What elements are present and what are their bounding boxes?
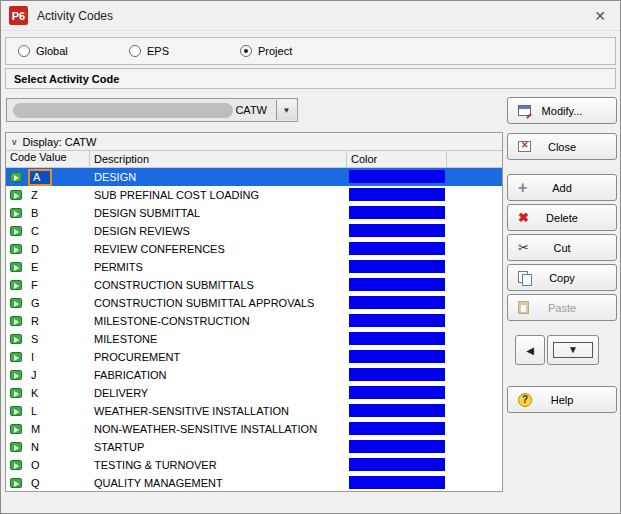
nav-left-button[interactable]: ◀	[515, 335, 545, 365]
activity-code-icon	[10, 478, 22, 488]
help-button[interactable]: ? Help	[507, 386, 617, 413]
activity-code-icon	[10, 244, 22, 254]
code-value-cell[interactable]: N	[10, 438, 43, 456]
table-row[interactable]: K DELIVERY	[6, 384, 502, 402]
code-value-cell[interactable]: Z	[10, 186, 43, 204]
color-swatch[interactable]	[349, 314, 445, 327]
code-value-text: Q	[31, 477, 43, 489]
close-button[interactable]: Close	[507, 133, 617, 160]
description-text: CONSTRUCTION SUBMITTAL APPROVALS	[94, 294, 314, 312]
color-header-label: Color	[351, 153, 377, 165]
color-swatch[interactable]	[349, 206, 445, 219]
window-close-icon[interactable]: ✕	[588, 8, 612, 24]
table-row[interactable]: Q QUALITY MANAGEMENT	[6, 474, 502, 492]
table-row[interactable]: O TESTING & TURNOVER	[6, 456, 502, 474]
color-swatch[interactable]	[349, 224, 445, 237]
arrow-left-icon: ◀	[526, 345, 534, 356]
radio-global-label: Global	[36, 45, 68, 57]
code-value-cell[interactable]: K	[10, 384, 43, 402]
table-row[interactable]: I PROCUREMENT	[6, 348, 502, 366]
radio-global[interactable]: Global	[18, 45, 129, 57]
nav-down-button[interactable]: ▼	[547, 335, 599, 365]
grid-header-row: Code Value Description Color	[6, 151, 502, 168]
code-value-cell[interactable]: S	[10, 330, 43, 348]
paste-label: Paste	[548, 302, 576, 314]
column-header-color[interactable]: Color	[347, 151, 447, 167]
color-swatch[interactable]	[349, 188, 445, 201]
table-row[interactable]: Z SUB PREFINAL COST LOADING	[6, 186, 502, 204]
code-value-cell[interactable]: C	[10, 222, 43, 240]
copy-button[interactable]: Copy	[507, 264, 617, 291]
description-text: STARTUP	[94, 438, 144, 456]
table-row[interactable]: D REVIEW CONFERENCES	[6, 240, 502, 258]
close-label: Close	[548, 141, 576, 153]
table-row[interactable]: G CONSTRUCTION SUBMITTAL APPROVALS	[6, 294, 502, 312]
radio-project-label: Project	[258, 45, 292, 57]
description-text: WEATHER-SENSITIVE INSTALLATION	[94, 402, 289, 420]
code-value-text: D	[31, 243, 43, 255]
table-row[interactable]: B DESIGN SUBMITTAL	[6, 204, 502, 222]
red-x-icon: ✖	[518, 210, 529, 225]
code-value-cell[interactable]: M	[10, 420, 43, 438]
color-swatch[interactable]	[349, 440, 445, 453]
column-header-code-value[interactable]: Code Value	[6, 151, 90, 167]
delete-button[interactable]: ✖ Delete	[507, 204, 617, 231]
color-swatch[interactable]	[349, 242, 445, 255]
color-swatch[interactable]	[349, 260, 445, 273]
code-value-cell[interactable]: G	[10, 294, 43, 312]
table-row[interactable]: C DESIGN REVIEWS	[6, 222, 502, 240]
table-row[interactable]: A DESIGN	[6, 168, 502, 186]
code-value-cell[interactable]: Q	[10, 474, 43, 492]
table-row[interactable]: E PERMITS	[6, 258, 502, 276]
arrow-down-icon: ▼	[553, 342, 593, 358]
description-text: PERMITS	[94, 258, 143, 276]
code-value-text: K	[31, 387, 43, 399]
code-value-cell[interactable]: J	[10, 366, 43, 384]
clipboard-icon	[518, 301, 529, 314]
add-button[interactable]: + Add	[507, 174, 617, 201]
filter-icon[interactable]	[67, 151, 75, 163]
delete-label: Delete	[546, 212, 578, 224]
code-value-cell[interactable]: F	[10, 276, 43, 294]
table-row[interactable]: M NON-WEATHER-SENSITIVE INSTALLATION	[6, 420, 502, 438]
combo-dropdown-icon[interactable]: ▼	[276, 100, 296, 120]
code-value-cell[interactable]: O	[10, 456, 43, 474]
modify-button[interactable]: Modify...	[507, 97, 617, 124]
radio-circle-icon	[240, 45, 252, 57]
code-value-cell[interactable]: I	[10, 348, 43, 366]
copy-label: Copy	[549, 272, 575, 284]
code-value-cell[interactable]: D	[10, 240, 43, 258]
code-value-cell[interactable]: E	[10, 258, 43, 276]
color-swatch[interactable]	[349, 458, 445, 471]
table-row[interactable]: N STARTUP	[6, 438, 502, 456]
table-row[interactable]: S MILESTONE	[6, 330, 502, 348]
radio-circle-icon	[18, 45, 30, 57]
code-value-cell[interactable]: A	[10, 168, 52, 186]
cut-button[interactable]: ✂ Cut	[507, 234, 617, 261]
display-bar[interactable]: ∨ Display: CATW	[6, 133, 502, 151]
color-swatch[interactable]	[349, 422, 445, 435]
code-value-cell[interactable]: L	[10, 402, 43, 420]
color-swatch[interactable]	[349, 386, 445, 399]
color-swatch[interactable]	[349, 170, 445, 183]
code-value-cell[interactable]: B	[10, 204, 43, 222]
color-swatch[interactable]	[349, 368, 445, 381]
radio-eps[interactable]: EPS	[129, 45, 240, 57]
code-value-text: L	[31, 405, 43, 417]
table-row[interactable]: J FABRICATION	[6, 366, 502, 384]
color-swatch[interactable]	[349, 350, 445, 363]
table-row[interactable]: L WEATHER-SENSITIVE INSTALLATION	[6, 402, 502, 420]
column-header-description[interactable]: Description	[90, 151, 347, 167]
color-swatch[interactable]	[349, 476, 445, 489]
table-row[interactable]: F CONSTRUCTION SUBMITTALS	[6, 276, 502, 294]
color-swatch[interactable]	[349, 296, 445, 309]
table-row[interactable]: R MILESTONE-CONSTRUCTION	[6, 312, 502, 330]
color-swatch[interactable]	[349, 332, 445, 345]
radio-circle-icon	[129, 45, 141, 57]
color-swatch[interactable]	[349, 404, 445, 417]
code-value-cell[interactable]: R	[10, 312, 43, 330]
color-swatch[interactable]	[349, 278, 445, 291]
plus-icon: +	[518, 183, 527, 193]
radio-project[interactable]: Project	[240, 45, 351, 57]
activity-code-combo[interactable]: CATW ▼	[6, 98, 298, 122]
